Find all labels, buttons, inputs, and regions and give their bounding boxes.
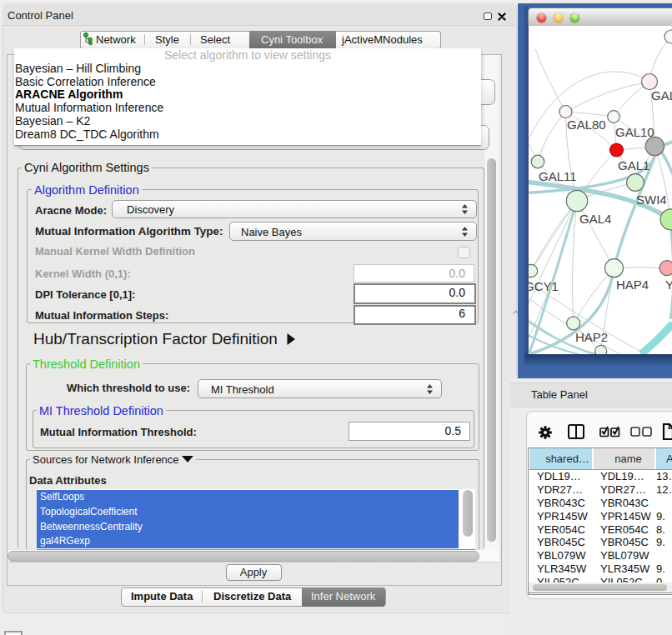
- svg-text:GAL4: GAL4: [579, 212, 611, 226]
- svg-text:SWI4: SWI4: [636, 192, 667, 207]
- svg-text:HAP4: HAP4: [616, 278, 649, 292]
- svg-text:Y: Y: [665, 278, 672, 292]
- svg-text:GAL7: GAL7: [651, 88, 672, 102]
- svg-text:GCY1: GCY1: [528, 279, 559, 293]
- svg-text:GAL80: GAL80: [567, 118, 606, 132]
- svg-text:HAP2: HAP2: [575, 330, 608, 344]
- svg-text:GAL10: GAL10: [615, 125, 654, 139]
- svg-text:GAL1: GAL1: [618, 158, 649, 172]
- svg-text:GAL11: GAL11: [539, 169, 577, 183]
